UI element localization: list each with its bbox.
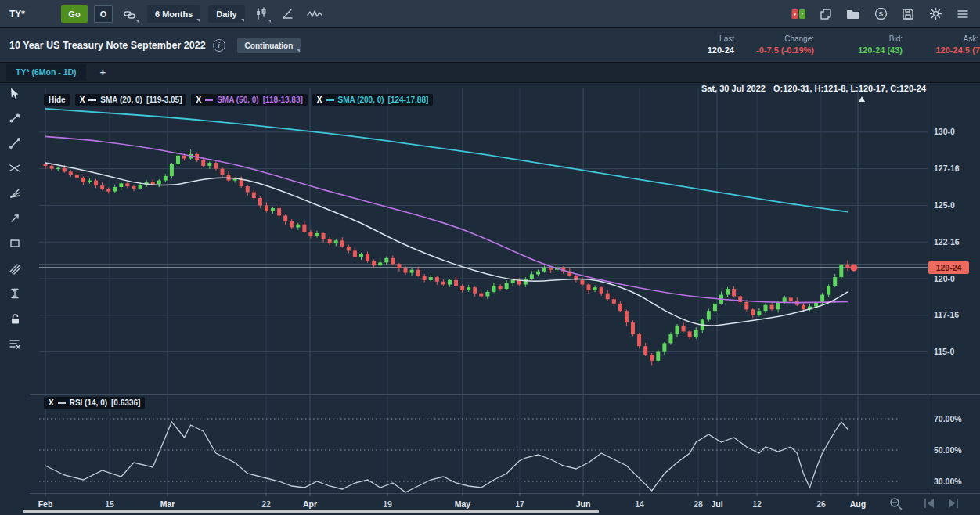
- compare-instruments-icon[interactable]: [119, 5, 139, 23]
- svg-text:125-0: 125-0: [934, 200, 955, 210]
- svg-text:Aug: Aug: [850, 499, 866, 509]
- zoom-out-icon[interactable]: [891, 499, 902, 510]
- copy-icon[interactable]: [818, 6, 834, 22]
- trendline-tool-icon[interactable]: [6, 135, 23, 152]
- legend-close-button[interactable]: X: [196, 95, 201, 104]
- sma20-line: [45, 163, 848, 326]
- svg-text:70.00%: 70.00%: [934, 414, 962, 423]
- continuation-label: Continuation: [245, 41, 294, 50]
- svg-text:Feb: Feb: [38, 499, 53, 509]
- legend-close-button[interactable]: X: [80, 95, 85, 104]
- crossline-tool-icon[interactable]: [6, 160, 23, 177]
- svg-text:15: 15: [105, 499, 114, 509]
- range-dropdown[interactable]: 6 Months: [147, 5, 200, 23]
- gear-icon[interactable]: [928, 6, 943, 22]
- dollar-icon[interactable]: $: [873, 6, 888, 22]
- svg-text:$: $: [878, 9, 883, 18]
- hover-candle-caret: [859, 96, 865, 102]
- chevron-down-icon: [268, 20, 271, 23]
- legend-series-name: RSI (14, 0): [70, 398, 107, 407]
- playback-strip[interactable]: [23, 510, 599, 513]
- chevron-down-icon: [135, 20, 139, 23]
- legend-close-button[interactable]: X: [49, 398, 54, 407]
- chart-legend: Hide X SMA (20, 0) [119-3.05] X SMA (50,…: [44, 94, 433, 106]
- legend-series-name: SMA (200, 0): [338, 95, 384, 104]
- rsi-legend-chip: X RSI (14, 0) [0.6336]: [44, 397, 145, 409]
- parallel-lines-tool-icon[interactable]: [6, 260, 23, 277]
- legend-hide-button[interactable]: Hide: [44, 94, 70, 106]
- legend-line-sample: [205, 99, 213, 101]
- last-trade-marker: [850, 264, 857, 271]
- angle-tool-icon[interactable]: [278, 5, 298, 23]
- legend-series-value: [0.6336]: [111, 398, 140, 407]
- legend-line-sample: [88, 99, 96, 101]
- cursor-tool-icon[interactable]: [6, 85, 23, 102]
- svg-text:17: 17: [515, 499, 524, 509]
- folder-icon[interactable]: [845, 6, 861, 22]
- svg-text:22: 22: [261, 499, 271, 509]
- sma50-line: [45, 136, 848, 302]
- period-label: Daily: [216, 9, 236, 19]
- buy-sell-icon[interactable]: [791, 6, 806, 22]
- clear-drawings-icon[interactable]: [6, 335, 23, 352]
- go-to-end-icon[interactable]: [949, 499, 957, 508]
- rectangle-tool-icon[interactable]: [6, 235, 23, 252]
- quote-bid: Bid: 120-24 (43): [858, 33, 903, 56]
- polyline-tool-icon[interactable]: [6, 110, 23, 127]
- svg-text:Jun: Jun: [576, 499, 591, 509]
- quote-change: Change: -0-7.5 (-0.19%): [756, 33, 814, 56]
- svg-text:28: 28: [694, 499, 703, 509]
- drawing-toolbar: [0, 85, 30, 352]
- svg-text:14: 14: [635, 499, 644, 509]
- indicators-icon[interactable]: [304, 5, 325, 23]
- chevron-down-icon: [297, 49, 300, 52]
- legend-sma20: X SMA (20, 0) [119-3.05]: [75, 94, 187, 106]
- legend-sma50: X SMA (50, 0) [118-13.83]: [191, 94, 307, 106]
- measure-tool-icon[interactable]: [6, 285, 23, 302]
- chevron-down-icon: [196, 19, 200, 22]
- ohlc-values: O:120-31, H:121-8, L:120-17, C:120-24: [773, 84, 926, 93]
- orders-button[interactable]: O: [94, 5, 113, 23]
- svg-text:12: 12: [752, 499, 762, 509]
- svg-text:Jul: Jul: [711, 499, 722, 509]
- svg-text:Mar: Mar: [160, 499, 175, 509]
- legend-series-value: [118-13.83]: [263, 95, 303, 104]
- legend-line-sample: [326, 99, 334, 101]
- svg-text:50.00%: 50.00%: [934, 445, 962, 455]
- sma200-line: [45, 109, 848, 212]
- ohlc-readout: Sat, 30 Jul 2022O:120-31, H:121-8, L:120…: [701, 84, 926, 93]
- svg-text:Apr: Apr: [303, 499, 317, 509]
- legend-series-name: SMA (20, 0): [100, 95, 142, 104]
- instrument-title: 10 Year US Treasury Note September 2022: [9, 40, 206, 51]
- save-icon[interactable]: [900, 6, 916, 22]
- menu-icon[interactable]: [955, 6, 971, 22]
- period-dropdown[interactable]: Daily: [208, 5, 244, 23]
- add-tab-button[interactable]: +: [100, 67, 106, 78]
- svg-text:122-16: 122-16: [934, 237, 960, 247]
- svg-text:120-0: 120-0: [934, 274, 955, 283]
- chart-tab[interactable]: TY* (6Mon - 1D): [6, 64, 86, 81]
- svg-text:115-0: 115-0: [934, 347, 954, 356]
- chevron-down-icon: [241, 19, 244, 22]
- fan-tool-icon[interactable]: [6, 185, 23, 202]
- go-button[interactable]: Go: [61, 5, 88, 23]
- svg-text:May: May: [455, 499, 471, 509]
- toolbar-right-icons: $: [791, 6, 971, 22]
- range-label: 6 Months: [155, 9, 193, 19]
- svg-text:117-16: 117-16: [934, 310, 959, 319]
- rsi-legend: X RSI (14, 0) [0.6336]: [44, 397, 145, 409]
- svg-text:26: 26: [816, 499, 826, 509]
- info-icon[interactable]: i: [213, 39, 225, 52]
- bottom-chart-controls: [891, 499, 957, 510]
- chart-style-icon[interactable]: [251, 5, 272, 23]
- legend-series-name: SMA (50, 0): [217, 95, 259, 104]
- go-to-start-icon[interactable]: [925, 499, 934, 508]
- lock-icon[interactable]: [6, 310, 23, 327]
- top-toolbar: TY* Go O 6 Months Daily $: [0, 0, 980, 28]
- continuation-dropdown[interactable]: Continuation: [237, 38, 301, 53]
- legend-close-button[interactable]: X: [317, 95, 322, 104]
- svg-text:130-0: 130-0: [934, 127, 955, 136]
- arrow-tool-icon[interactable]: [6, 210, 23, 227]
- candlestick-series: [44, 149, 858, 365]
- symbol-input[interactable]: TY*: [9, 9, 58, 20]
